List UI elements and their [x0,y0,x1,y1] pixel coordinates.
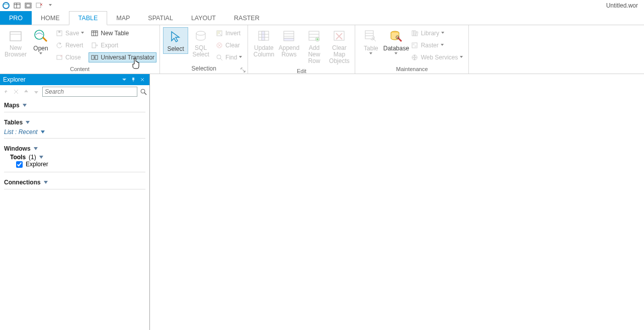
sql-select-icon [193,28,209,44]
close-button: Close [53,52,87,62]
explorer-nav-down-icon [32,88,40,96]
tree-tools-label: Tools [10,154,26,161]
table-maint-button: Table [358,27,383,57]
tree-connections-label: Connections [4,179,41,186]
tree-list-recent[interactable]: List : Recent [4,127,145,137]
selection-dialog-launcher-icon[interactable] [240,67,246,72]
web-services-label: Web Services [421,54,458,61]
group-edit-label: Edit [248,68,355,76]
tree-explorer-item[interactable]: Explorer [4,161,145,168]
tree-windows-collapse-icon[interactable] [34,147,38,150]
append-rows-button: Append Rows [276,27,301,59]
tree-divider [4,138,145,139]
tree-maps-label: Maps [4,102,20,109]
tree-tools-collapse-icon[interactable] [39,156,43,159]
select-button[interactable]: Select [163,27,188,54]
find-button: Find [213,52,245,62]
select-icon [168,29,184,45]
open-button[interactable]: Open [28,27,53,57]
explorer-title: Explorer [3,76,26,83]
web-services-dropdown-icon [460,56,463,59]
invert-label: Invert [225,30,240,37]
svg-rect-21 [92,43,96,48]
database-button[interactable]: Database [383,27,409,57]
tab-map[interactable]: MAP [107,11,139,25]
qat-open-table-icon[interactable] [13,2,21,10]
tree-explorer-checkbox[interactable] [16,161,23,168]
open-dropdown-icon[interactable] [39,52,43,56]
new-table-button[interactable]: New Table [89,28,156,38]
group-content-label: Content [0,66,159,74]
svg-rect-5 [26,4,30,7]
tree-maps-collapse-icon[interactable] [23,104,27,107]
export-icon [91,41,99,49]
universal-translator-button[interactable]: Universal Translator [89,52,156,62]
tree-divider [4,172,145,172]
explorer-pin-icon[interactable] [129,76,137,84]
tab-home[interactable]: HOME [32,11,69,25]
group-content: New Browser Open Save Revert [0,25,160,74]
svg-rect-1 [14,3,20,8]
svg-rect-23 [95,55,98,59]
raster-maint-button: Raster [409,40,465,50]
explorer-toolbar [0,85,149,98]
group-selection: Select SQL Select Invert Clear [160,25,248,74]
explorer-search-icon[interactable] [139,88,147,96]
explorer-search-input[interactable] [42,87,137,97]
revert-label: Revert [65,42,83,49]
new-table-label: New Table [101,30,129,37]
group-selection-label: Selection [160,65,248,74]
svg-rect-22 [92,55,94,59]
tab-raster[interactable]: RASTER [225,11,269,25]
tab-table[interactable]: TABLE [69,11,108,25]
svg-rect-57 [412,43,415,45]
tree-tables-collapse-icon[interactable] [26,121,30,124]
svg-point-24 [196,31,205,35]
tab-layout[interactable]: LAYOUT [182,11,225,25]
group-edit: Update Column Append Rows Add New Row Cl… [248,25,355,74]
tree-divider [4,189,145,189]
sql-select-label: SQL Select [189,45,212,58]
explorer-close-icon[interactable] [138,76,146,84]
tree-tools-item[interactable]: Tools (1) [4,154,145,161]
clear-label: Clear [225,42,240,49]
tab-pro[interactable]: PRO [0,11,32,25]
save-icon [55,29,63,37]
new-browser-icon [8,28,24,44]
append-rows-label: Append Rows [277,45,300,58]
tab-spatial[interactable]: SPATIAL [139,11,182,25]
database-label: Database [383,45,409,52]
quick-access-toolbar [2,2,54,10]
explorer-menu-icon[interactable] [120,76,128,84]
svg-rect-9 [10,32,21,41]
select-label: Select [167,45,184,52]
tree-explorer-item-label: Explorer [26,161,48,168]
tree-maps-heading[interactable]: Maps [4,100,145,110]
web-services-button: Web Services [409,52,465,62]
clear-button: Clear [213,40,245,50]
tree-list-recent-dropdown-icon[interactable] [41,130,45,134]
svg-rect-54 [414,31,416,36]
find-icon [215,53,223,61]
universal-translator-label: Universal Translator [101,54,154,61]
tree-connections-collapse-icon[interactable] [44,181,48,184]
svg-point-29 [217,55,221,59]
explorer-nav-home-icon [2,88,10,96]
tree-windows-heading[interactable]: Windows [4,144,145,154]
add-new-row-icon [306,28,322,44]
qat-customize-icon[interactable] [46,2,54,10]
qat-open-workspace-icon[interactable] [24,2,32,10]
database-dropdown-icon[interactable] [394,52,398,56]
export-button: Export [89,40,156,50]
tree-tables-heading[interactable]: Tables [4,117,145,127]
close-icon [55,53,63,61]
tree-windows-label: Windows [4,145,31,152]
find-label: Find [225,54,237,61]
export-label: Export [101,42,118,49]
qat-close-all-icon[interactable] [35,2,43,10]
app-icon [2,2,10,10]
table-maint-dropdown-icon [369,52,373,56]
ribbon-tabs: PRO HOME TABLE MAP SPATIAL LAYOUT RASTER [0,11,644,25]
tree-connections-heading[interactable]: Connections [4,177,145,187]
database-icon [388,28,404,44]
